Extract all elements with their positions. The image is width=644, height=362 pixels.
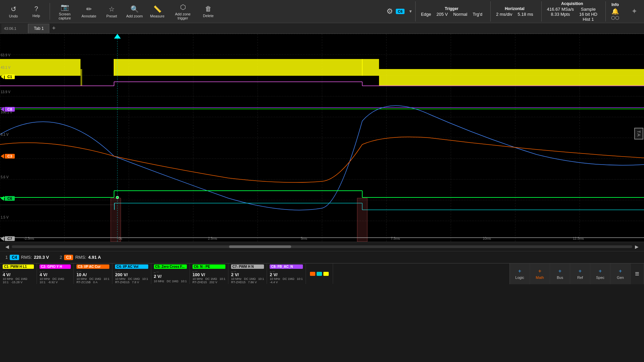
bottom-buttons: + Logic + Math + Bus + Ref + Spec + Gen … (509, 263, 644, 284)
meas-ch-2: C3 (64, 255, 73, 260)
scroll-thumb[interactable] (229, 245, 291, 248)
c1-label[interactable]: C1 (1, 74, 15, 79)
scroll-right-button[interactable]: ▶ (635, 244, 639, 249)
t-marker-6: 10ms (483, 237, 491, 240)
gen-button[interactable]: + Gen (610, 263, 631, 284)
trigger-panel: Trigger Edge 205 V Normal Trg'd (415, 1, 488, 21)
ch-info-name-c5: C5- Zero Cross F... (154, 264, 187, 269)
v-marker-c1: 43.1 V (1, 66, 10, 69)
help-button[interactable]: ? Help (25, 1, 47, 21)
scroll-left-button[interactable]: ◀ (5, 244, 9, 249)
swatch-orange (310, 272, 315, 276)
horizontal-title: Horizontal (505, 6, 525, 11)
ch-info-c3[interactable]: C3- I/P AC Cur _ ... 10 A/ 10 MHz DC 1MΩ… (74, 263, 112, 284)
measurement-bar: 1 C4 RMS: 220.3 V 2 C3 RMS: 4.91 A (0, 251, 644, 263)
ch-info-name-c7: C7- PWM H N (231, 264, 264, 269)
acquisition-panel: Acquisition 416.67 MSa/s 8.33 Mpts Sampl… (541, 1, 603, 21)
ch-info-detail2-c6: RT-ZHD15 202 V (193, 281, 225, 284)
c6-label[interactable]: C6 (1, 196, 15, 201)
addzoom-button[interactable]: 🔍 Add zoom (124, 1, 145, 21)
measure-icon: 📏 (153, 5, 162, 13)
ch-info-detail2-c3: RT-ZC15B 0 A (76, 281, 109, 284)
meas-ch-1: C4 (10, 255, 19, 260)
ch-info-detail-c8: 10 MHz DC 1MΩ 10:1 (270, 277, 303, 281)
ch-info-c1[interactable]: C1- PWM H L1 _ ... 4 V/ 10 MHz DC 1MΩ 10… (0, 263, 37, 284)
ch-info-c5[interactable]: C5- Zero Cross F... _ ... 2 V/ 10 MHz DC… (151, 263, 190, 284)
ch-info-detail-c7: 10 MHz DC 1MΩ 10:1 (231, 277, 264, 281)
preset-label: Preset (106, 14, 117, 18)
ch-info-c6[interactable]: C6- N - PE _ ... 100 V/ 10 MHz DC 1MΩ 10… (190, 263, 228, 284)
ch-info-c4[interactable]: C4- I/P AC Vol _ ... 200 V/ 10 MHz DC 1M… (112, 263, 151, 284)
waveform-area[interactable]: C1 C8 C3 C6 C7 63.9 V 43.1 V 13.9 V 100.… (0, 34, 644, 242)
spec-button[interactable]: + Spec (590, 263, 610, 284)
annotate-button[interactable]: ✏ Annotate (78, 1, 100, 21)
annotate-icon: ✏ (86, 5, 92, 13)
addzoom-icon: 🔍 (130, 5, 139, 13)
undo-button[interactable]: ↺ Undo (3, 1, 24, 21)
ch-info-sub-c7: _ ... (231, 269, 264, 272)
ch-info-detail-c6: 10 MHz DC 1MΩ 10:1 (193, 277, 225, 281)
ch-info-c2[interactable]: C2- GPIO Y H _ ... 4 V/ 10 MHz DC 1MΩ 10… (37, 263, 74, 284)
svg-rect-23 (379, 69, 644, 86)
ch-info-c8[interactable]: C8- FB_AC_N _ ... 2 V/ 10 MHz DC 1MΩ 10:… (267, 263, 306, 284)
toolbar: ↺ Undo ? Help 📷 Screen capture ✏ Annotat… (0, 0, 644, 23)
addzone-label: Add zone trigger (169, 12, 196, 20)
tab-1-label: Tab 1 (34, 26, 44, 31)
ch-info-c7[interactable]: C7- PWM H N _ ... 2 V/ 10 MHz DC 1MΩ 10:… (228, 263, 267, 284)
gen-plus-icon: + (619, 268, 622, 274)
preset-icon: ☆ (109, 5, 115, 13)
scroll-track[interactable] (12, 245, 632, 248)
ch-info-detail2-c7: RT-ZHD15 7.86 V (231, 281, 264, 284)
time-indicator: 43:06.1 (1, 24, 28, 33)
ch-info-sub-c3: _ ... (76, 269, 109, 272)
measure-button[interactable]: 📏 Measure (147, 1, 168, 21)
trigger-voltage: 205 V (436, 12, 448, 17)
ta-label: TA (634, 128, 643, 140)
h-timediv: 2 ms/div (496, 12, 512, 17)
c7-label[interactable]: C7 (1, 236, 15, 241)
svg-rect-20 (80, 69, 82, 86)
trigger-mode: Normal (453, 12, 467, 17)
svg-rect-43 (111, 198, 121, 242)
math-plus-icon: + (538, 268, 541, 274)
acq-hist: Hist 1 (579, 17, 597, 22)
ch-info-detail2-c2: 10:1 -8.92 V (40, 281, 71, 284)
c8-label[interactable]: C8 (1, 107, 15, 112)
acq-pts: 8.33 Mpts (547, 12, 574, 17)
meas-num-2: 2 (60, 255, 62, 260)
bus-label: Bus (557, 276, 563, 280)
settings-button[interactable]: ⚙ (386, 7, 393, 16)
spec-plus-icon: + (599, 268, 602, 274)
swatch-cyan (317, 272, 322, 276)
ch-info-val-c7: 2 V/ (231, 272, 264, 277)
screencapture-button[interactable]: 📷 Screen capture (53, 1, 77, 21)
trigger-dropdown[interactable]: ▼ (409, 9, 413, 14)
acq-title: Acquisition (561, 1, 583, 6)
meas-item-2: 2 C3 RMS: 4.91 A (60, 255, 101, 260)
addzone-icon: ⬡ (180, 3, 186, 11)
ch-info-val-c2: 4 V/ (40, 272, 71, 277)
scrollbar-area: ◀ ▶ (0, 242, 644, 251)
v-marker-3: 8.1 V (1, 133, 8, 136)
ch-info-detail2-c1: 10:1 -15.28 V (3, 281, 34, 284)
addzone-button[interactable]: ⬡ Add zone trigger (169, 1, 196, 21)
preset-button[interactable]: ☆ Preset (101, 1, 122, 21)
logic-button[interactable]: + Logic (510, 263, 530, 284)
h-total: 5.18 ms (518, 12, 533, 17)
svg-rect-19 (0, 59, 80, 76)
help-label: Help (33, 14, 40, 18)
add-tab-button[interactable]: + (49, 25, 58, 32)
c3-label[interactable]: C3 (1, 154, 15, 159)
bus-button[interactable]: + Bus (550, 263, 570, 284)
c1-badge: C1 (5, 74, 15, 79)
sep1 (50, 3, 50, 20)
c6-badge: C6 (5, 196, 15, 201)
tab-1[interactable]: Tab 1 (28, 24, 49, 33)
delete-button[interactable]: 🗑 Delete (198, 1, 219, 21)
menu-button[interactable]: ≡ (631, 263, 644, 284)
screencapture-label: Screen capture (53, 12, 77, 20)
ch-info-sub-c2: _ ... (40, 269, 71, 272)
channel-strip: C1- PWM H L1 _ ... 4 V/ 10 MHz DC 1MΩ 10… (0, 263, 644, 284)
math-button[interactable]: + Math (530, 263, 550, 284)
ref-button[interactable]: + Ref (570, 263, 590, 284)
